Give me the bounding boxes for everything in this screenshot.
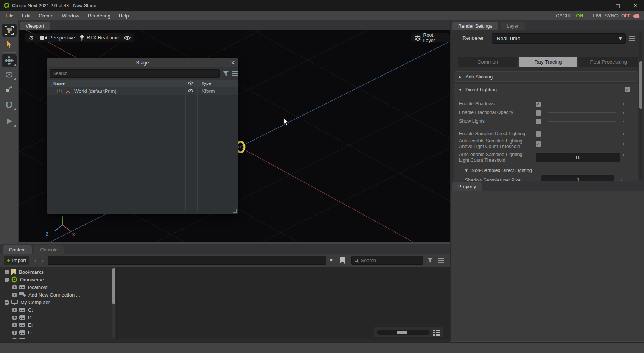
stage-resize-grip[interactable] xyxy=(233,209,237,213)
content-browser: Content Console + Import ‹ › ▼ xyxy=(0,244,450,341)
rotate-tool-icon xyxy=(5,70,14,79)
cache-status-value[interactable]: ON xyxy=(576,13,583,19)
prim-name[interactable]: World (defaultPrim) xyxy=(74,88,117,94)
tree-item-bookmarks[interactable]: − Bookmarks xyxy=(5,268,44,276)
menu-window[interactable]: Window xyxy=(58,13,83,19)
cursor-tool-button[interactable] xyxy=(2,38,17,51)
expand-icon[interactable]: + xyxy=(57,89,62,93)
stage-row-world[interactable]: + World (defaultPrim) Xform xyxy=(47,87,238,95)
expand-icon[interactable]: + xyxy=(12,285,17,289)
thumbnail-size-slider[interactable] xyxy=(377,330,430,335)
live-sync-status-value[interactable]: OFF xyxy=(621,13,631,19)
anti-aliasing-header[interactable]: ▶ Anti-Aliasing xyxy=(454,72,638,82)
scrollbar-thumb[interactable] xyxy=(112,268,115,304)
menu-edit[interactable]: Edit xyxy=(18,13,34,19)
stage-col-name[interactable]: Name xyxy=(53,81,65,86)
stage-window-titlebar[interactable]: Stage ✕ xyxy=(47,58,238,67)
tree-item-drive-c[interactable]: + C: xyxy=(12,306,33,314)
tree-item-drive-d[interactable]: + D: xyxy=(12,314,33,321)
camera-selector-button[interactable]: Perspective xyxy=(36,33,79,42)
collapse-icon[interactable]: − xyxy=(5,300,9,305)
menu-file[interactable]: File xyxy=(2,13,18,19)
minimize-button[interactable]: — xyxy=(592,0,609,11)
snap-tool-button[interactable] xyxy=(2,98,17,111)
cursor-arrow-icon xyxy=(5,40,13,48)
panel-splitter[interactable] xyxy=(450,20,451,341)
render-settings-scrollbar[interactable] xyxy=(639,32,642,180)
mode-common-button[interactable]: Common xyxy=(458,57,517,67)
scrollbar-thumb[interactable] xyxy=(639,61,642,109)
expand-icon[interactable]: + xyxy=(12,308,17,312)
back-button[interactable]: ‹ xyxy=(32,256,39,265)
light-count-threshold-input[interactable]: 10 xyxy=(536,153,620,162)
menu-rendering[interactable]: Rendering xyxy=(84,13,115,19)
auto-enable-sampled-lighting-checkbox[interactable]: ✓ xyxy=(536,141,541,147)
tree-item-drive-f[interactable]: + F: xyxy=(12,329,33,336)
path-input[interactable] xyxy=(48,256,326,265)
collapse-icon[interactable]: − xyxy=(5,270,9,274)
slider-thumb[interactable] xyxy=(397,331,407,334)
render-mode-button[interactable]: RTX Real-time xyxy=(76,33,123,42)
tab-console[interactable]: Console xyxy=(34,245,64,254)
menu-create[interactable]: Create xyxy=(34,13,58,19)
prim-type: Xform xyxy=(202,88,215,94)
options-menu-icon[interactable] xyxy=(232,71,238,76)
root-layer-button[interactable]: Root Layer xyxy=(411,33,450,42)
render-settings-panel: Renderer Real-Time ▼ Common Ray Tracing … xyxy=(451,30,644,181)
mode-ray-tracing-button[interactable]: Ray Tracing xyxy=(519,57,578,67)
tab-content[interactable]: Content xyxy=(3,245,32,254)
enable-sampled-direct-lighting-checkbox[interactable]: ✓ xyxy=(536,131,541,137)
tree-item-drive-g[interactable]: + G: xyxy=(12,336,33,339)
tree-item-drive-e[interactable]: + E: xyxy=(12,321,33,329)
stage-col-type[interactable]: Type xyxy=(202,81,211,86)
viewport-visibility-button[interactable] xyxy=(120,33,134,42)
menu-help[interactable]: Help xyxy=(115,13,133,19)
select-tool-button[interactable] xyxy=(2,24,17,37)
content-search-input[interactable] xyxy=(361,258,418,263)
direct-lighting-enable-checkbox[interactable]: ✓ xyxy=(625,87,630,92)
show-lights-checkbox[interactable]: ✓ xyxy=(536,119,541,124)
options-menu-icon[interactable] xyxy=(438,258,444,263)
tab-layer[interactable]: Layer xyxy=(501,22,524,30)
stage-window-title: Stage xyxy=(136,60,149,66)
stage-search-input[interactable] xyxy=(50,69,220,78)
filter-icon[interactable] xyxy=(223,71,229,76)
scale-tool-button[interactable] xyxy=(2,82,17,95)
bookmark-icon[interactable] xyxy=(340,257,345,264)
direct-lighting-header[interactable]: ▼ Direct Lighting ✓ xyxy=(454,84,638,95)
enable-shadows-checkbox[interactable]: ✓ xyxy=(536,102,541,107)
expand-icon[interactable]: + xyxy=(12,316,17,320)
close-button[interactable]: ✕ xyxy=(627,0,644,11)
grid-view-icon[interactable] xyxy=(433,330,440,336)
filter-icon[interactable] xyxy=(428,258,433,263)
rotate-tool-button[interactable] xyxy=(2,68,17,81)
forward-button[interactable]: › xyxy=(39,256,46,265)
tab-property[interactable]: Property xyxy=(452,182,482,191)
expand-icon[interactable]: + xyxy=(12,323,17,327)
expand-icon[interactable]: + xyxy=(12,293,17,297)
subsection-header[interactable]: ▼ Non-Sampled Direct Lighting xyxy=(454,166,638,175)
collapse-icon[interactable]: − xyxy=(5,278,9,282)
import-button[interactable]: + Import xyxy=(4,256,29,265)
mode-post-processing-button[interactable]: Post Processing xyxy=(579,57,638,67)
renderer-dropdown[interactable]: Real-Time ▼ xyxy=(492,33,626,44)
tab-viewport[interactable]: Viewport xyxy=(20,22,50,30)
enable-fractional-opacity-checkbox[interactable]: ✓ xyxy=(536,110,541,116)
stage-close-icon[interactable]: ✕ xyxy=(231,58,235,67)
live-sync-cloud-icon[interactable] xyxy=(633,13,640,18)
viewport-3d[interactable]: Z X ⚙ Perspective RTX Real-time xyxy=(19,30,450,242)
tab-render-settings[interactable]: Render Settings xyxy=(452,22,498,30)
tree-item-my-computer[interactable]: − My Computer xyxy=(5,298,50,306)
viewport-settings-button[interactable]: ⚙ xyxy=(25,33,37,42)
path-dropdown-arrow[interactable]: ▼ xyxy=(328,256,334,265)
tree-item-add-new-connection[interactable]: + Add New Connection ... xyxy=(12,291,80,298)
maximize-button[interactable]: □ xyxy=(609,0,627,11)
tree-item-omniverse[interactable]: − Omniverse xyxy=(5,276,44,283)
renderer-options-menu-icon[interactable] xyxy=(629,36,635,41)
expand-icon[interactable]: + xyxy=(12,331,17,335)
play-button[interactable] xyxy=(2,115,17,128)
tree-item-localhost[interactable]: + localhost xyxy=(12,283,47,291)
move-tool-button[interactable] xyxy=(2,54,17,67)
tree-scrollbar[interactable] xyxy=(112,267,115,338)
prim-visibility-eye-icon[interactable] xyxy=(188,89,194,93)
